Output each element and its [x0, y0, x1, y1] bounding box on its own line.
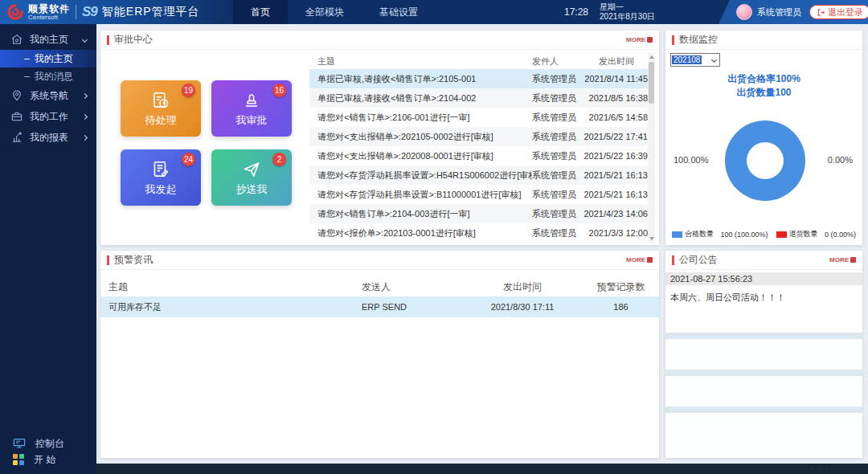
column-header-subject: 主题 [100, 280, 362, 294]
scroll-down-arrow-icon[interactable] [649, 237, 654, 240]
chevron-right-icon [82, 92, 88, 98]
approval-subject: 请您对<销售订单>:2106-001进行[一审] [309, 112, 532, 124]
alert-row[interactable]: 可用库存不足ERP SEND2021/8/30 17:11186 [100, 296, 659, 317]
more-label: MORE [626, 36, 645, 43]
nav-tab-all-modules[interactable]: 全部模块 [288, 0, 362, 24]
logout-button[interactable]: 退出登录 [809, 5, 868, 19]
nav-tab-home[interactable]: 首页 [233, 0, 288, 24]
paper-plane-icon [241, 159, 262, 180]
sidebar-bottom: 控制台 开 始 [13, 435, 64, 468]
sidebar-item-system-navigation[interactable]: 系统导航 [0, 85, 96, 106]
legend-label: 合格数量 [685, 229, 714, 239]
tile-pending[interactable]: 待处理 19 [121, 80, 201, 137]
title-accent-bar [672, 35, 674, 45]
navigation-pin-icon [10, 89, 23, 102]
scrollbar-thumb[interactable] [649, 62, 654, 104]
scroll-up-arrow-icon[interactable] [649, 55, 654, 59]
approval-sender: 系统管理员 [532, 92, 582, 104]
approval-row[interactable]: 请您对<支出报销单>:202105-0002进行[审核]系统管理员2021/5/… [309, 127, 651, 146]
approval-sender: 系统管理员 [532, 112, 582, 124]
approval-table-header: 主题 发件人 发出时间 [309, 53, 651, 69]
approval-center-panel: 审批中心 MORE 待处理 19 [100, 31, 659, 245]
logout-label: 退出登录 [828, 6, 863, 18]
alerts-table-body: 可用库存不足ERP SEND2021/8/30 17:11186 [100, 296, 659, 317]
bar-chart-icon [10, 131, 23, 144]
nav-tab-basic-settings[interactable]: 基础设置 [362, 0, 436, 24]
main-nav: 首页 全部模块 基础设置 [233, 0, 436, 24]
tile-label: 我发起 [145, 182, 177, 197]
announcement-empty-space [665, 413, 862, 458]
alerts-title-bar: 预警资讯 MORE [100, 251, 659, 270]
sidebar-item-my-reports[interactable]: 我的报表 [0, 127, 96, 148]
alert-subject: 可用库存不足 [100, 301, 362, 313]
start-squares-icon [13, 454, 24, 465]
sidebar-item-label: 系统导航 [30, 89, 68, 103]
todo-clock-icon [150, 90, 171, 111]
approval-row[interactable]: 请您对<支出报销单>:202008-0001进行[审核]系统管理员2021/5/… [309, 146, 651, 165]
approval-time: 2021/5/22 16:39 [582, 151, 651, 161]
chevron-right-icon [82, 134, 88, 140]
column-header-subject: 主题 [309, 55, 532, 67]
console-label: 控制台 [35, 437, 64, 451]
donut-label-right: 0.00% [828, 155, 853, 165]
logo-divider [76, 5, 76, 19]
announcements-body: 2021-08-27 15:56:23 本周六、周日公司活动！！！ [665, 271, 862, 458]
announcements-more-button[interactable]: MORE [829, 256, 856, 264]
date-label: 星期一 2021年8月30日 [600, 2, 655, 22]
announcement-empty-space [665, 339, 862, 370]
approval-row[interactable]: 单据已审核,请接收<销售订单>:2104-002系统管理员2021/8/5 16… [309, 88, 651, 108]
donut-label-left: 100.00% [674, 155, 708, 165]
donut-chart [725, 121, 805, 201]
data-monitor-title-bar: 数据监控 [665, 31, 862, 50]
alerts-panel: 预警资讯 MORE 主题 发送人 发出时间 预警记录数 可用库存不足ERP SE… [100, 251, 659, 458]
approval-row[interactable]: 请您对<存货浮动耗损率设置>:H54R1S006002进行[审核]系统管理员20… [309, 165, 651, 185]
approval-table: 主题 发件人 发出时间 单据已审核,请接收<销售订单>:2105-001系统管理… [309, 53, 651, 243]
alerts-more-button[interactable]: MORE [626, 256, 653, 264]
chevron-down-icon [82, 36, 88, 42]
header-user-area: 系统管理员 退出登录 [719, 0, 868, 24]
logout-icon [817, 8, 825, 17]
sidebar-subitem-my-messages[interactable]: 我的消息 [0, 67, 96, 85]
approval-sender: 系统管理员 [532, 227, 582, 239]
tile-initiated-by-me[interactable]: 我发起 24 [121, 149, 201, 206]
tile-my-approvals[interactable]: 我审批 16 [211, 80, 292, 137]
column-header-sender: 发送人 [362, 280, 462, 294]
approval-subject: 单据已审核,请接收<销售订单>:2104-002 [309, 92, 532, 104]
legend-swatch-blue [672, 231, 682, 238]
approval-row[interactable]: 请您对<报价单>:202103-0001进行[审核]系统管理员2021/3/3 … [309, 223, 651, 243]
company-name-en: Centersoft [28, 14, 70, 21]
approval-row[interactable]: 请您对<销售订单>:2104-003进行[一审]系统管理员2021/4/23 1… [309, 204, 651, 223]
title-accent-bar [672, 255, 674, 265]
approval-sender: 系统管理员 [532, 170, 582, 182]
announcements-panel: 公司公告 MORE 2021-08-27 15:56:23 本周六、周日公司活动… [665, 251, 862, 458]
approval-time: 2021/8/14 11:45 [582, 74, 651, 84]
approval-scrollbar[interactable] [648, 53, 655, 243]
doc-edit-icon [150, 159, 171, 180]
column-header-time: 发出时间 [462, 280, 583, 294]
console-button[interactable]: 控制台 [13, 435, 64, 452]
announcement-text[interactable]: 本周六、周日公司活动！！！ [665, 285, 862, 333]
tile-cc-to-me[interactable]: 抄送我 2 [211, 149, 292, 206]
approval-sender: 系统管理员 [532, 73, 582, 85]
product-title: 智能ERP管理平台 [102, 5, 200, 19]
calendar-date-label: 2021年8月30日 [600, 12, 655, 21]
period-select[interactable]: 202108 [670, 53, 720, 67]
approval-row[interactable]: 单据已审核,请接收<销售订单>:2105-001系统管理员2021/8/14 1… [309, 69, 651, 88]
approval-time: 2021/5/22 17:41 [582, 132, 651, 141]
sidebar-subitem-my-home[interactable]: 我的主页 [0, 50, 96, 67]
company-logo-swirl-icon [6, 3, 24, 21]
approval-time: 2021/8/5 16:38 [582, 93, 651, 103]
approval-row[interactable]: 请您对<存货浮动耗损率设置>:B11000001进行[审核]系统管理员2021/… [309, 185, 651, 204]
sidebar-item-my-work[interactable]: 我的工作 [0, 106, 96, 127]
approval-more-button[interactable]: MORE [626, 36, 653, 43]
alerts-table: 主题 发送人 发出时间 预警记录数 可用库存不足ERP SEND2021/8/3… [100, 277, 659, 317]
user-avatar[interactable] [736, 4, 752, 20]
sidebar-item-my-home[interactable]: 我的主页 [0, 29, 96, 50]
approval-time: 2021/3/3 12:00 [582, 228, 651, 238]
legend-value: 0 (0.00%) [825, 231, 856, 239]
time-label: 17:28 [564, 6, 588, 18]
start-button[interactable]: 开 始 [13, 452, 64, 468]
chevron-down-icon [711, 57, 717, 63]
sidebar-item-label: 我的报表 [30, 131, 68, 145]
approval-row[interactable]: 请您对<销售订单>:2106-001进行[一审]系统管理员2021/6/5 14… [309, 108, 651, 127]
